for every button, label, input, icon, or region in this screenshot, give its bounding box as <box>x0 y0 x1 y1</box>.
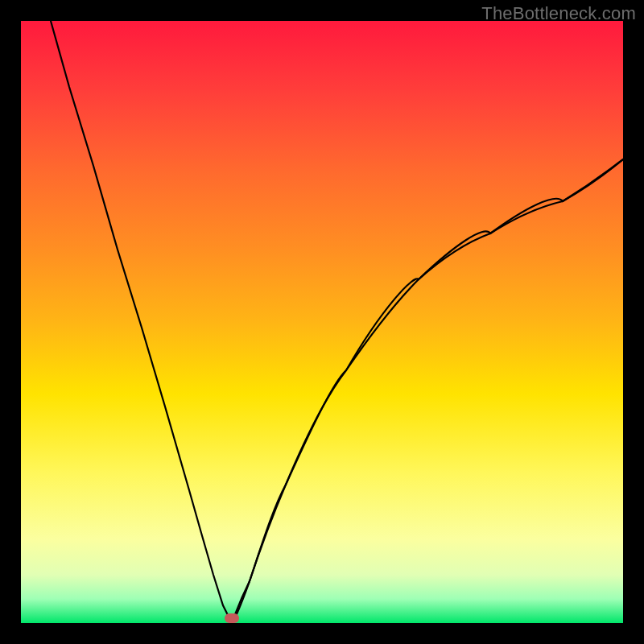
curve-left <box>51 21 232 623</box>
curve-right <box>232 159 623 623</box>
plot-area <box>21 21 623 623</box>
chart-frame: TheBottleneck.com <box>0 0 644 644</box>
min-marker <box>225 613 239 623</box>
watermark-text: TheBottleneck.com <box>481 3 636 24</box>
bottleneck-curve <box>21 21 623 623</box>
curve-right-clean <box>232 159 623 623</box>
